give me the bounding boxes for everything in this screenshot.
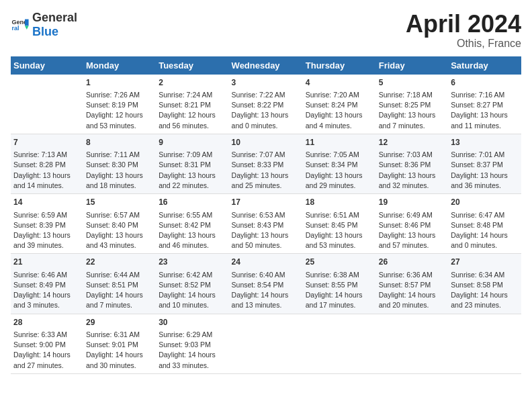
- calendar-cell: 19Sunrise: 6:49 AM Sunset: 8:46 PM Dayli…: [376, 194, 448, 254]
- calendar-cell: 24Sunrise: 6:40 AM Sunset: 8:54 PM Dayli…: [229, 254, 303, 314]
- calendar-cell: 21Sunrise: 6:46 AM Sunset: 8:49 PM Dayli…: [11, 254, 83, 314]
- day-number: 17: [232, 197, 300, 208]
- page-title: April 2024: [406, 11, 521, 38]
- calendar-cell: 13Sunrise: 7:01 AM Sunset: 8:37 PM Dayli…: [448, 134, 521, 193]
- column-header-saturday: Saturday: [448, 56, 521, 75]
- day-info: Sunrise: 6:47 AM Sunset: 8:48 PM Dayligh…: [451, 210, 519, 251]
- calendar-cell: 7Sunrise: 7:13 AM Sunset: 8:28 PM Daylig…: [11, 134, 83, 193]
- day-info: Sunrise: 6:46 AM Sunset: 8:49 PM Dayligh…: [13, 270, 81, 311]
- day-info: Sunrise: 7:24 AM Sunset: 8:21 PM Dayligh…: [159, 90, 226, 131]
- day-number: 22: [86, 257, 153, 268]
- calendar-week-1: 1Sunrise: 7:26 AM Sunset: 8:19 PM Daylig…: [11, 75, 521, 134]
- calendar-cell: [448, 314, 521, 373]
- calendar-cell: 28Sunrise: 6:33 AM Sunset: 9:00 PM Dayli…: [11, 314, 83, 373]
- day-number: 5: [379, 77, 445, 89]
- day-info: Sunrise: 7:01 AM Sunset: 8:37 PM Dayligh…: [451, 150, 519, 191]
- logo: Gene ral General Blue: [11, 11, 77, 39]
- calendar-cell: 30Sunrise: 6:29 AM Sunset: 9:03 PM Dayli…: [156, 314, 228, 373]
- day-info: Sunrise: 6:42 AM Sunset: 8:52 PM Dayligh…: [159, 270, 226, 311]
- logo-general-text: Gene: [32, 11, 62, 24]
- calendar-cell: 25Sunrise: 6:38 AM Sunset: 8:55 PM Dayli…: [303, 254, 376, 314]
- calendar-week-5: 28Sunrise: 6:33 AM Sunset: 9:00 PM Dayli…: [11, 314, 521, 373]
- day-info: Sunrise: 6:38 AM Sunset: 8:55 PM Dayligh…: [306, 270, 373, 311]
- day-number: 4: [306, 77, 373, 89]
- svg-text:Gene: Gene: [11, 19, 27, 26]
- day-info: Sunrise: 7:07 AM Sunset: 8:33 PM Dayligh…: [232, 150, 300, 191]
- day-info: Sunrise: 6:51 AM Sunset: 8:45 PM Dayligh…: [306, 210, 373, 251]
- day-number: 11: [306, 137, 373, 148]
- calendar-cell: 15Sunrise: 6:57 AM Sunset: 8:40 PM Dayli…: [83, 194, 156, 254]
- calendar-cell: 26Sunrise: 6:36 AM Sunset: 8:57 PM Dayli…: [376, 254, 448, 314]
- svg-text:ral: ral: [11, 25, 19, 32]
- svg-marker-3: [25, 26, 29, 30]
- calendar-cell: 8Sunrise: 7:11 AM Sunset: 8:30 PM Daylig…: [83, 134, 156, 193]
- day-info: Sunrise: 6:31 AM Sunset: 9:01 PM Dayligh…: [86, 330, 153, 371]
- calendar-week-3: 14Sunrise: 6:59 AM Sunset: 8:39 PM Dayli…: [11, 194, 521, 254]
- day-number: 1: [86, 77, 153, 89]
- calendar-cell: [376, 314, 448, 373]
- day-number: 26: [379, 257, 445, 268]
- day-number: 30: [159, 317, 226, 328]
- calendar-week-2: 7Sunrise: 7:13 AM Sunset: 8:28 PM Daylig…: [11, 134, 521, 193]
- day-number: 6: [451, 77, 519, 89]
- day-number: 8: [86, 137, 153, 148]
- day-number: 13: [451, 137, 519, 148]
- calendar-cell: 20Sunrise: 6:47 AM Sunset: 8:48 PM Dayli…: [448, 194, 521, 254]
- day-info: Sunrise: 7:22 AM Sunset: 8:22 PM Dayligh…: [232, 90, 300, 131]
- day-number: 12: [379, 137, 445, 148]
- day-info: Sunrise: 7:18 AM Sunset: 8:25 PM Dayligh…: [379, 90, 445, 131]
- calendar-cell: 1Sunrise: 7:26 AM Sunset: 8:19 PM Daylig…: [83, 75, 156, 134]
- day-info: Sunrise: 7:20 AM Sunset: 8:24 PM Dayligh…: [306, 90, 373, 131]
- day-number: 2: [159, 77, 226, 89]
- logo-icon: Gene ral: [11, 15, 30, 34]
- day-info: Sunrise: 7:09 AM Sunset: 8:31 PM Dayligh…: [159, 150, 226, 191]
- day-info: Sunrise: 6:49 AM Sunset: 8:46 PM Dayligh…: [379, 210, 445, 251]
- day-info: Sunrise: 6:33 AM Sunset: 9:00 PM Dayligh…: [13, 330, 81, 371]
- day-info: Sunrise: 7:26 AM Sunset: 8:19 PM Dayligh…: [86, 90, 153, 131]
- calendar-cell: 3Sunrise: 7:22 AM Sunset: 8:22 PM Daylig…: [229, 75, 303, 134]
- column-header-tuesday: Tuesday: [156, 56, 228, 75]
- day-number: 10: [232, 137, 300, 148]
- logo-general-text2: ral: [62, 11, 77, 24]
- calendar-week-4: 21Sunrise: 6:46 AM Sunset: 8:49 PM Dayli…: [11, 254, 521, 314]
- day-info: Sunrise: 7:05 AM Sunset: 8:34 PM Dayligh…: [306, 150, 373, 191]
- calendar-cell: 27Sunrise: 6:34 AM Sunset: 8:58 PM Dayli…: [448, 254, 521, 314]
- calendar-table: SundayMondayTuesdayWednesdayThursdayFrid…: [11, 56, 521, 374]
- calendar-cell: 22Sunrise: 6:44 AM Sunset: 8:51 PM Dayli…: [83, 254, 156, 314]
- day-number: 15: [86, 197, 153, 208]
- column-header-sunday: Sunday: [11, 56, 83, 75]
- calendar-cell: 14Sunrise: 6:59 AM Sunset: 8:39 PM Dayli…: [11, 194, 83, 254]
- day-number: 21: [13, 257, 81, 268]
- day-number: 9: [159, 137, 226, 148]
- day-info: Sunrise: 6:59 AM Sunset: 8:39 PM Dayligh…: [13, 210, 81, 251]
- day-info: Sunrise: 7:11 AM Sunset: 8:30 PM Dayligh…: [86, 150, 153, 191]
- calendar-cell: 4Sunrise: 7:20 AM Sunset: 8:24 PM Daylig…: [303, 75, 376, 134]
- page-subtitle: Othis, France: [406, 38, 521, 50]
- day-info: Sunrise: 6:36 AM Sunset: 8:57 PM Dayligh…: [379, 270, 445, 311]
- calendar-cell: 10Sunrise: 7:07 AM Sunset: 8:33 PM Dayli…: [229, 134, 303, 193]
- svg-marker-2: [25, 19, 29, 26]
- calendar-cell: 2Sunrise: 7:24 AM Sunset: 8:21 PM Daylig…: [156, 75, 228, 134]
- day-info: Sunrise: 6:29 AM Sunset: 9:03 PM Dayligh…: [159, 330, 226, 371]
- day-number: 24: [232, 257, 300, 268]
- day-number: 3: [232, 77, 300, 89]
- calendar-cell: 9Sunrise: 7:09 AM Sunset: 8:31 PM Daylig…: [156, 134, 228, 193]
- day-number: 20: [451, 197, 519, 208]
- calendar-cell: 29Sunrise: 6:31 AM Sunset: 9:01 PM Dayli…: [83, 314, 156, 373]
- calendar-cell: [11, 75, 83, 134]
- day-number: 19: [379, 197, 445, 208]
- day-number: 16: [159, 197, 226, 208]
- day-info: Sunrise: 6:53 AM Sunset: 8:43 PM Dayligh…: [232, 210, 300, 251]
- calendar-cell: 17Sunrise: 6:53 AM Sunset: 8:43 PM Dayli…: [229, 194, 303, 254]
- day-info: Sunrise: 6:55 AM Sunset: 8:42 PM Dayligh…: [159, 210, 226, 251]
- day-info: Sunrise: 6:40 AM Sunset: 8:54 PM Dayligh…: [232, 270, 300, 311]
- day-number: 7: [13, 137, 81, 148]
- calendar-cell: 6Sunrise: 7:16 AM Sunset: 8:27 PM Daylig…: [448, 75, 521, 134]
- calendar-cell: 11Sunrise: 7:05 AM Sunset: 8:34 PM Dayli…: [303, 134, 376, 193]
- calendar-cell: 16Sunrise: 6:55 AM Sunset: 8:42 PM Dayli…: [156, 194, 228, 254]
- page-header: Gene ral General Blue April 2024 Othis, …: [11, 11, 521, 50]
- day-number: 14: [13, 197, 81, 208]
- day-info: Sunrise: 7:13 AM Sunset: 8:28 PM Dayligh…: [13, 150, 81, 191]
- day-info: Sunrise: 6:34 AM Sunset: 8:58 PM Dayligh…: [451, 270, 519, 311]
- calendar-cell: 5Sunrise: 7:18 AM Sunset: 8:25 PM Daylig…: [376, 75, 448, 134]
